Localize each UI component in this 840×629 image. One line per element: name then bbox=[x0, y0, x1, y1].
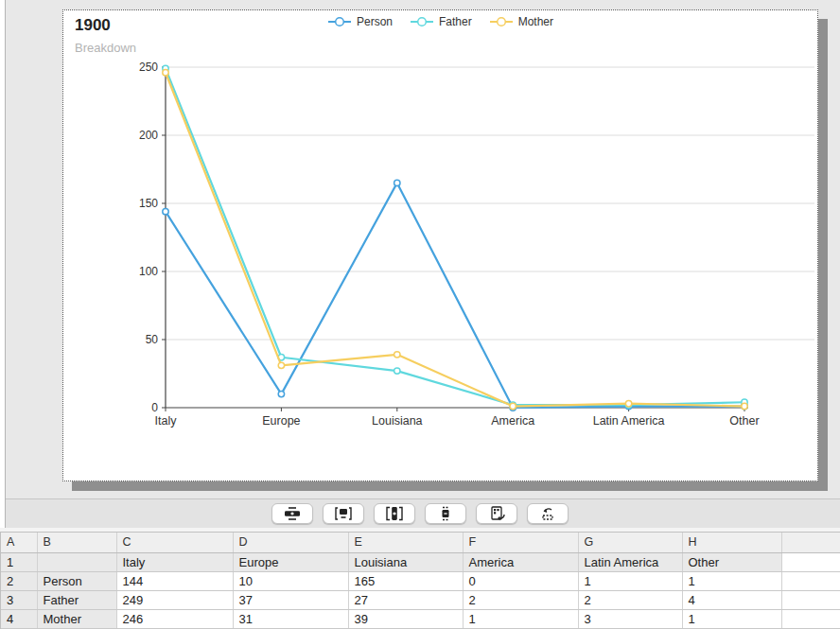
data-point-mother bbox=[278, 362, 284, 368]
line-chart-plot: 050100150200250ItalyEuropeLouisianaAmeri… bbox=[63, 10, 819, 482]
x-tick-label: Europe bbox=[262, 414, 300, 428]
import-data-icon bbox=[487, 506, 506, 521]
data-point-father bbox=[394, 368, 400, 374]
cell-B4[interactable]: Mother bbox=[37, 609, 116, 628]
y-tick-label: 100 bbox=[139, 265, 158, 278]
cell-A3[interactable]: 3 bbox=[1, 590, 37, 609]
data-point-person bbox=[278, 391, 284, 396]
cell-F1[interactable]: America bbox=[463, 552, 578, 571]
spreadsheet: ABCDEFGH 1ItalyEuropeLouisianaAmericaLat… bbox=[0, 532, 840, 629]
cell-D4[interactable]: 31 bbox=[233, 609, 348, 628]
table-row: 4Mother2463139131 bbox=[1, 609, 840, 628]
remove-row-button[interactable] bbox=[323, 503, 364, 524]
cell-C1[interactable]: Italy bbox=[116, 552, 233, 571]
cell-E1[interactable]: Louisiana bbox=[348, 552, 463, 571]
series-line-mother bbox=[166, 73, 744, 407]
cell-x4[interactable] bbox=[781, 609, 840, 628]
column-header-blank[interactable] bbox=[781, 533, 840, 552]
insert-column-button[interactable] bbox=[374, 503, 415, 524]
cell-B3[interactable]: Father bbox=[37, 590, 116, 609]
undo-icon bbox=[538, 506, 557, 521]
import-data-button[interactable] bbox=[476, 503, 517, 524]
cell-D1[interactable]: Europe bbox=[233, 552, 348, 571]
y-tick-label: 0 bbox=[151, 401, 158, 414]
insert-row-button[interactable] bbox=[271, 503, 313, 524]
insert-row-icon bbox=[283, 506, 302, 521]
y-tick-label: 50 bbox=[146, 333, 159, 346]
cell-F3[interactable]: 2 bbox=[463, 590, 578, 609]
cell-H4[interactable]: 1 bbox=[682, 609, 781, 628]
table-toolbar bbox=[0, 498, 840, 528]
cell-x1[interactable] bbox=[781, 552, 840, 571]
cell-A2[interactable]: 2 bbox=[1, 571, 37, 590]
cell-A4[interactable]: 4 bbox=[1, 609, 37, 628]
chart-canvas: 1900 Breakdown Person Father Mother 0501… bbox=[0, 0, 840, 498]
insert-column-icon bbox=[385, 506, 404, 521]
cell-C2[interactable]: 144 bbox=[116, 571, 233, 590]
column-header-C[interactable]: C bbox=[116, 533, 233, 552]
cell-G2[interactable]: 1 bbox=[578, 571, 682, 590]
cell-x3[interactable] bbox=[781, 590, 840, 609]
column-header-B[interactable]: B bbox=[37, 533, 116, 552]
data-point-mother bbox=[742, 403, 747, 409]
remove-column-icon bbox=[436, 506, 455, 521]
cell-D3[interactable]: 37 bbox=[233, 590, 348, 609]
cell-E3[interactable]: 27 bbox=[348, 590, 463, 609]
cell-H3[interactable]: 4 bbox=[682, 590, 781, 609]
cell-E4[interactable]: 39 bbox=[348, 609, 463, 628]
table-row: 3Father2493727224 bbox=[1, 590, 840, 609]
x-tick-label: Louisiana bbox=[372, 414, 423, 428]
cell-B1[interactable] bbox=[37, 552, 116, 571]
cell-F4[interactable]: 1 bbox=[463, 609, 578, 628]
cell-H2[interactable]: 1 bbox=[682, 571, 781, 590]
data-point-mother bbox=[625, 400, 631, 406]
x-tick-label: Italy bbox=[155, 414, 178, 428]
column-header-G[interactable]: G bbox=[578, 533, 682, 552]
cell-C4[interactable]: 246 bbox=[116, 609, 233, 628]
series-line-person bbox=[166, 183, 744, 408]
table-row: 2Person14410165011 bbox=[1, 571, 840, 590]
remove-row-icon bbox=[334, 506, 353, 521]
column-header-A[interactable]: A bbox=[1, 533, 37, 552]
data-point-mother bbox=[510, 403, 516, 409]
cell-x2[interactable] bbox=[781, 571, 840, 590]
data-point-mother bbox=[394, 352, 400, 358]
cell-F2[interactable]: 0 bbox=[463, 571, 578, 590]
cell-H1[interactable]: Other bbox=[682, 552, 781, 571]
y-tick-label: 200 bbox=[139, 129, 158, 142]
cell-G3[interactable]: 2 bbox=[578, 590, 682, 609]
x-tick-label: Other bbox=[729, 414, 759, 428]
remove-column-button[interactable] bbox=[425, 503, 466, 524]
panel-left-edge bbox=[0, 0, 6, 528]
chart-box[interactable]: 1900 Breakdown Person Father Mother 0501… bbox=[62, 9, 818, 481]
x-tick-label: America bbox=[491, 414, 534, 428]
data-point-mother bbox=[163, 70, 168, 76]
column-header-E[interactable]: E bbox=[348, 533, 463, 552]
column-header-H[interactable]: H bbox=[682, 533, 781, 552]
data-table: ABCDEFGH 1ItalyEuropeLouisianaAmericaLat… bbox=[1, 533, 840, 629]
cell-G1[interactable]: Latin America bbox=[578, 552, 682, 571]
data-point-person bbox=[163, 208, 168, 214]
cell-B2[interactable]: Person bbox=[37, 571, 116, 590]
column-header-D[interactable]: D bbox=[233, 533, 348, 552]
cell-G4[interactable]: 3 bbox=[578, 609, 682, 628]
cell-A1[interactable]: 1 bbox=[1, 552, 37, 571]
column-header-F[interactable]: F bbox=[463, 533, 578, 552]
data-point-person bbox=[394, 180, 400, 185]
cell-E2[interactable]: 165 bbox=[348, 571, 463, 590]
y-tick-label: 150 bbox=[139, 197, 158, 210]
undo-button[interactable] bbox=[527, 503, 569, 524]
table-row: 1ItalyEuropeLouisianaAmericaLatin Americ… bbox=[1, 552, 840, 571]
x-tick-label: Latin America bbox=[593, 414, 665, 428]
cell-C3[interactable]: 249 bbox=[116, 590, 233, 609]
series-line-father bbox=[166, 68, 744, 405]
y-tick-label: 250 bbox=[139, 61, 158, 74]
cell-D2[interactable]: 10 bbox=[233, 571, 348, 590]
